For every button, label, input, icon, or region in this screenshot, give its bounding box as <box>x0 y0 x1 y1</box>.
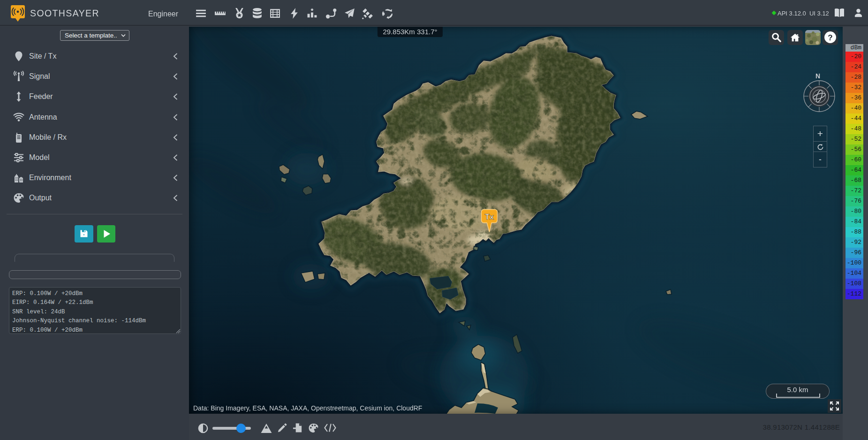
svg-text:?: ? <box>828 33 832 42</box>
svg-text:Tx: Tx <box>485 212 494 221</box>
